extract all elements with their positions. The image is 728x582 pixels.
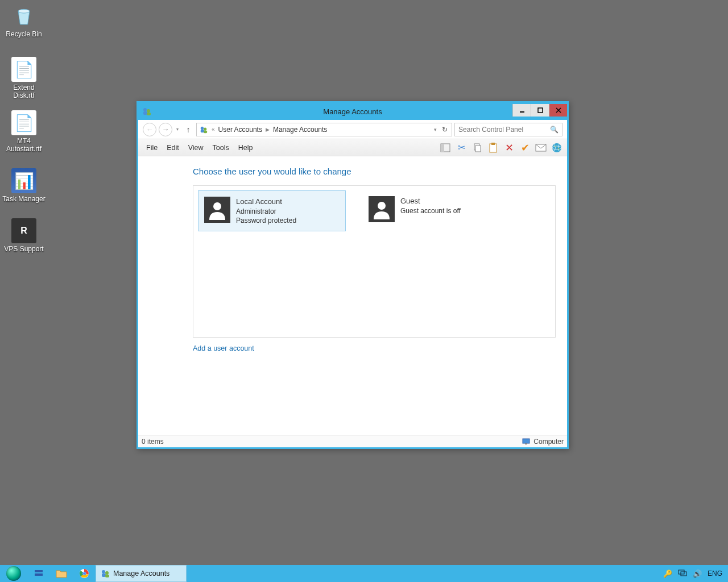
taskbar-server-manager[interactable]	[27, 565, 50, 582]
svg-rect-12	[441, 144, 444, 152]
titlebar[interactable]: Manage Accounts	[138, 103, 567, 120]
toolbar: ✂ ✕ ✔	[439, 141, 564, 155]
menu-edit[interactable]: Edit	[162, 142, 184, 154]
computer-icon	[522, 438, 530, 446]
address-dropdown-icon[interactable]: ▾	[434, 127, 437, 132]
minimize-button[interactable]	[512, 104, 531, 117]
svg-rect-14	[475, 146, 481, 152]
account-card-guest[interactable]: Guest Guest account is off	[363, 190, 511, 228]
content-area: Choose the user you would like to change…	[138, 156, 567, 435]
avatar-icon	[204, 197, 230, 223]
svg-rect-6	[538, 108, 543, 113]
manage-accounts-window: Manage Accounts ← → ▾ ↑ « User Accounts …	[136, 101, 569, 449]
add-user-link[interactable]: Add a user account	[193, 344, 254, 352]
desktop-icon-vps-support[interactable]: R VPS Support	[2, 218, 46, 253]
svg-rect-23	[525, 443, 527, 444]
account-name: Local Account	[236, 197, 296, 207]
svg-point-20	[213, 202, 221, 210]
start-orb-icon	[6, 566, 21, 581]
taskbar-explorer[interactable]	[50, 565, 73, 582]
window-title: Manage Accounts	[138, 107, 567, 116]
desktop-icon-task-manager[interactable]: 📊 Task Manager	[2, 168, 46, 203]
search-input[interactable]	[458, 126, 550, 134]
tray-volume-icon[interactable]: 🔊	[693, 569, 702, 578]
history-dropdown[interactable]: ▾	[175, 123, 180, 136]
svg-rect-33	[105, 575, 109, 577]
account-card-local[interactable]: Local Account Administrator Password pro…	[198, 190, 346, 231]
svg-rect-22	[523, 439, 530, 443]
menu-view[interactable]: View	[184, 142, 208, 154]
search-box[interactable]: 🔍	[454, 123, 562, 136]
globe-icon[interactable]	[550, 141, 564, 155]
status-item-count: 0 items	[142, 438, 164, 446]
svg-rect-10	[204, 130, 207, 132]
tray-security-icon[interactable]: 🔑	[663, 569, 672, 578]
svg-point-31	[105, 571, 109, 575]
svg-rect-16	[491, 143, 495, 145]
status-location: Computer	[533, 438, 564, 446]
taskbar-task-label: Manage Accounts	[113, 569, 169, 577]
svg-point-29	[83, 572, 85, 575]
close-button[interactable]	[549, 104, 567, 117]
panel-toggle-icon[interactable]	[439, 141, 452, 155]
taskbar: Manage Accounts 🔑 🔊 ENG	[0, 565, 728, 582]
maximize-button[interactable]	[531, 104, 549, 117]
delete-icon[interactable]: ✕	[502, 141, 516, 155]
page-heading: Choose the user you would like to change	[193, 167, 556, 176]
desktop-icon-label: VPS Support	[2, 245, 46, 253]
address-bar[interactable]: « User Accounts ▶ Manage Accounts ▾ ↻	[196, 123, 452, 136]
system-tray: 🔑 🔊 ENG	[657, 565, 728, 582]
desktop-icon-label: Task Manager	[2, 195, 46, 203]
paste-icon[interactable]	[486, 141, 500, 155]
svg-rect-32	[102, 573, 106, 577]
desktop-icon-label: Extend Disk.rtf	[2, 84, 46, 100]
check-icon[interactable]: ✔	[518, 141, 532, 155]
search-icon[interactable]: 🔍	[550, 126, 559, 134]
user-accounts-icon	[142, 106, 152, 117]
desktop-icon-mt4-autostart[interactable]: 📄 MT4 Autostart.rtf	[2, 110, 46, 153]
user-accounts-icon	[199, 125, 208, 134]
tray-network-icon[interactable]	[678, 569, 687, 579]
forward-button[interactable]: →	[159, 123, 172, 136]
svg-point-2	[147, 109, 150, 113]
svg-point-18	[552, 143, 561, 152]
breadcrumb-separator-icon: ▶	[266, 127, 270, 132]
accounts-list: Local Account Administrator Password pro…	[193, 185, 556, 338]
svg-point-0	[18, 9, 30, 13]
taskbar-task-manage-accounts[interactable]: Manage Accounts	[96, 565, 187, 582]
breadcrumb-user-accounts[interactable]: User Accounts	[218, 126, 262, 134]
refresh-button[interactable]: ↻	[440, 126, 449, 134]
svg-point-7	[201, 126, 204, 129]
nav-bar: ← → ▾ ↑ « User Accounts ▶ Manage Account…	[138, 120, 567, 139]
avatar-icon	[369, 196, 395, 222]
svg-rect-25	[35, 573, 43, 576]
svg-rect-3	[143, 111, 147, 115]
start-button[interactable]	[0, 565, 27, 582]
menu-tools[interactable]: Tools	[208, 142, 234, 154]
taskbar-chrome[interactable]	[73, 565, 96, 582]
svg-rect-4	[147, 113, 151, 115]
desktop-icon-recycle-bin[interactable]: Recycle Bin	[2, 3, 46, 38]
mail-icon[interactable]	[534, 141, 548, 155]
menu-file[interactable]: File	[142, 142, 162, 154]
tray-language[interactable]: ENG	[708, 569, 722, 577]
svg-rect-24	[35, 570, 43, 572]
menu-help[interactable]: Help	[234, 142, 258, 154]
status-bar: 0 items Computer	[138, 435, 567, 447]
svg-point-8	[204, 127, 206, 130]
breadcrumb-manage-accounts[interactable]: Manage Accounts	[273, 126, 327, 134]
vps-support-icon: R	[11, 218, 36, 243]
breadcrumb-prefix: «	[212, 126, 215, 132]
svg-rect-15	[490, 144, 497, 152]
up-button[interactable]: ↑	[183, 123, 194, 136]
cut-icon[interactable]: ✂	[454, 141, 468, 155]
copy-icon[interactable]	[470, 141, 484, 155]
account-info: Guest Guest account is off	[400, 196, 461, 222]
desktop-icon-label: MT4 Autostart.rtf	[2, 137, 46, 153]
user-accounts-icon	[101, 569, 110, 578]
back-button[interactable]: ←	[143, 123, 156, 136]
menu-bar: File Edit View Tools Help ✂ ✕ ✔	[138, 139, 567, 156]
rtf-file-icon: 📄	[11, 57, 36, 82]
account-status: Guest account is off	[400, 206, 461, 215]
desktop-icon-extend-disk[interactable]: 📄 Extend Disk.rtf	[2, 57, 46, 100]
